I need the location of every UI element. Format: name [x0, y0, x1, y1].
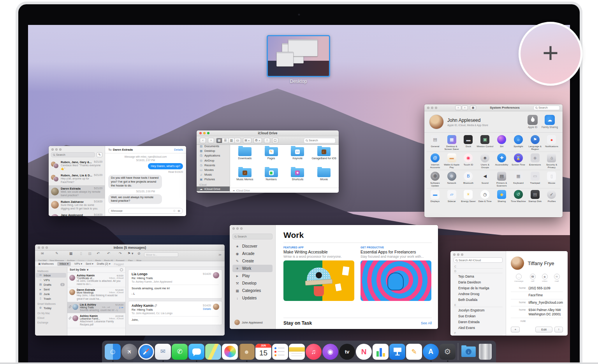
dock-item-pages[interactable]: ✎	[406, 341, 422, 362]
folder-item[interactable]: ▆Numbers	[258, 168, 285, 188]
close-button[interactable]	[199, 132, 202, 134]
imessage-input-field[interactable]: ☺ ◉	[108, 208, 183, 214]
pref-mouse[interactable]: ▯Mouse	[543, 172, 560, 187]
pref-users-groups[interactable]: ☻Users & Groups	[477, 153, 493, 169]
favorite-mailboxes[interactable]: ▣ Mailboxes	[38, 262, 54, 266]
pref-bluetooth[interactable]: BBluetooth	[460, 172, 477, 187]
pref-software-update[interactable]: ⚙Software Update	[427, 172, 443, 187]
contact-action-video[interactable]: ◉video	[542, 274, 548, 282]
pref-security-privacy[interactable]: ⌂Security & Privacy	[543, 153, 560, 169]
mail-window[interactable]: Inbox (5 messages) ✉Get Mail✎New Message…	[35, 244, 225, 336]
messages-search-input[interactable]	[56, 153, 93, 157]
zoom-button[interactable]	[207, 132, 209, 134]
back-button[interactable]: ‹	[455, 106, 461, 110]
mail-message-card[interactable]: Lia Longo Re: Hiking Trails To: Ashley K…	[128, 269, 222, 299]
folder-item[interactable]: iMovie	[311, 168, 337, 188]
action-button[interactable]: ⚙▼	[253, 138, 262, 143]
sidebar-item-icloud-drive[interactable]: ☁iCloud Drive	[197, 186, 230, 191]
dock-item-calendar[interactable]: JUN15	[255, 341, 272, 362]
view-button-2[interactable]: ▥	[229, 138, 235, 143]
forward-button[interactable]: ›	[208, 138, 214, 143]
pref-dock[interactable]: ▬Dock	[460, 135, 477, 151]
share-button[interactable]: ↑	[554, 327, 563, 332]
dock-item-downloads[interactable]: ↓	[460, 341, 477, 362]
sidebar-item-pictures[interactable]: ▣Pictures	[197, 177, 230, 181]
minimize-button[interactable]	[203, 132, 206, 134]
contact-action-call[interactable]: ☎call	[530, 274, 536, 282]
back-button[interactable]: ‹	[200, 138, 206, 143]
dock-item-podcasts[interactable]: ◉	[322, 341, 339, 362]
minimize-button[interactable]	[431, 107, 433, 109]
messages-search-field[interactable]	[51, 152, 95, 157]
share-button[interactable]: ↑	[264, 138, 270, 143]
view-button-0[interactable]: ▦	[216, 138, 222, 143]
dock-item-music[interactable]: ♫	[305, 341, 322, 362]
pref-general[interactable]: ▤General	[427, 135, 443, 151]
add-desktop-button[interactable]: +	[519, 22, 582, 86]
pref-startup-disk[interactable]: ▤Startup Disk	[527, 190, 543, 202]
featured-card[interactable]: GET PRODUCTIVE Essential Apps for Freela…	[361, 246, 431, 301]
pref-sharing[interactable]: ◆Sharing	[493, 190, 510, 202]
pref-displays[interactable]: ▬Displays	[427, 190, 443, 202]
dock-item-sysprefs[interactable]: ⚙	[439, 341, 456, 362]
mail-list-row[interactable]: Lia & Ashley5/14/20Hiking TrailsInb...ud…	[67, 302, 125, 313]
forward-button[interactable]: ›	[462, 106, 468, 110]
finder-window[interactable]: iCloud Drive ‹ › ▦☰▥▭ ⊞▼ ⚙▼ ↑ ▢ ▤Documen…	[197, 130, 339, 193]
apple-id-pane-button[interactable]: Apple ID	[528, 115, 538, 128]
toolbar-delete-button[interactable]: ▯Delete	[78, 251, 84, 263]
audio-message-icon[interactable]: ◉	[178, 209, 180, 213]
featured-card[interactable]: FEATURED APP Make Writing Accessible Wri…	[283, 246, 354, 301]
folder-item[interactable]: ✎Pages	[258, 147, 285, 167]
close-button[interactable]	[38, 246, 40, 249]
app-store-window[interactable]: ★Discover◉Arcade✎Create✈Work►Play⚒Develo…	[230, 225, 438, 329]
sidebar-item-recents[interactable]: ◷Recents	[197, 163, 230, 167]
nav-item-categories[interactable]: ▦Categories	[232, 287, 273, 294]
conversation-row[interactable]: Ruben, Jane, Lia & D...5/21/20Hey y'all,…	[49, 172, 105, 185]
dock-item-notes[interactable]	[288, 341, 305, 362]
system-preferences-window[interactable]: ‹ › ▦ System Preferences John Appleseed …	[424, 104, 563, 217]
view-button-3[interactable]: ▭	[235, 138, 241, 143]
pref-profiles[interactable]: ✓Profiles	[543, 190, 560, 202]
conversation-row[interactable]: Jane Appleseed5/19/20	[49, 212, 105, 216]
nav-item-create[interactable]: ✎Create	[232, 257, 273, 265]
dock-item-news[interactable]: N	[355, 341, 372, 362]
zoom-button[interactable]	[240, 227, 243, 230]
compose-button[interactable]: ✎	[97, 152, 102, 157]
imessage-input[interactable]	[111, 209, 171, 212]
zoom-button[interactable]	[435, 107, 437, 109]
minimize-button[interactable]	[236, 227, 239, 230]
zoom-button[interactable]	[46, 246, 48, 249]
folder-item[interactable]: ♩GarageBand for iOS	[311, 147, 337, 167]
window-controls[interactable]	[232, 227, 243, 230]
conversation-row[interactable]: Ruben Zakharov5/19/20Sure thing. Let me …	[49, 199, 105, 212]
contacts-window[interactable]: CDTejo DamaDaria DavidsonEnrique de la H…	[450, 251, 568, 336]
dock-item-messages[interactable]	[188, 341, 205, 362]
filter-icon[interactable]: ◦	[120, 268, 123, 271]
mailbox-vips[interactable]: ☆VIPs	[35, 278, 67, 282]
contact-row[interactable]: Jocelyn Engstrom	[454, 307, 503, 313]
pref-accessibility[interactable]: ✚Accessibility	[493, 153, 510, 169]
sidebar-item-applications[interactable]: ⒶApplications	[197, 153, 230, 158]
folder-item[interactable]: ♪Music Memos	[232, 168, 258, 188]
mailbox-junk[interactable]: ▨Junk	[35, 292, 67, 296]
sort-by-label[interactable]: Sort by Date ∨	[70, 268, 89, 271]
mailbox-sent[interactable]: ►Sent	[35, 287, 67, 292]
preferences-search-field[interactable]	[533, 106, 560, 110]
pref-energy-saver[interactable]: ☀Energy Saver	[460, 190, 477, 202]
details-link[interactable]: Details	[174, 148, 183, 151]
move-to-field[interactable]: Move to...	[144, 252, 178, 257]
close-button[interactable]	[427, 107, 429, 109]
favorite-flagged[interactable]: Flagged	[114, 263, 123, 266]
contact-row[interactable]: Daren Estrada	[454, 319, 503, 325]
toolbar-junk-button[interactable]: ▨Junk	[87, 251, 92, 263]
contacts-search-input[interactable]	[459, 258, 501, 262]
sidebar-item-desktop[interactable]: ▦Desktop	[197, 148, 230, 153]
contact-action-message[interactable]: …message	[514, 274, 524, 282]
dock-item-mail[interactable]: ✉	[155, 341, 171, 362]
favorite-vips[interactable]: VIPs ▾	[74, 262, 82, 266]
dock-item-photos[interactable]	[222, 341, 238, 362]
pref-mission-control[interactable]: ▣Mission Control	[477, 135, 493, 151]
pref-sidecar[interactable]: ▱Sidecar	[443, 190, 460, 202]
pref-spotlight[interactable]: ○Spotlight	[510, 135, 527, 151]
contact-row[interactable]: Beth Duafala	[454, 297, 503, 302]
